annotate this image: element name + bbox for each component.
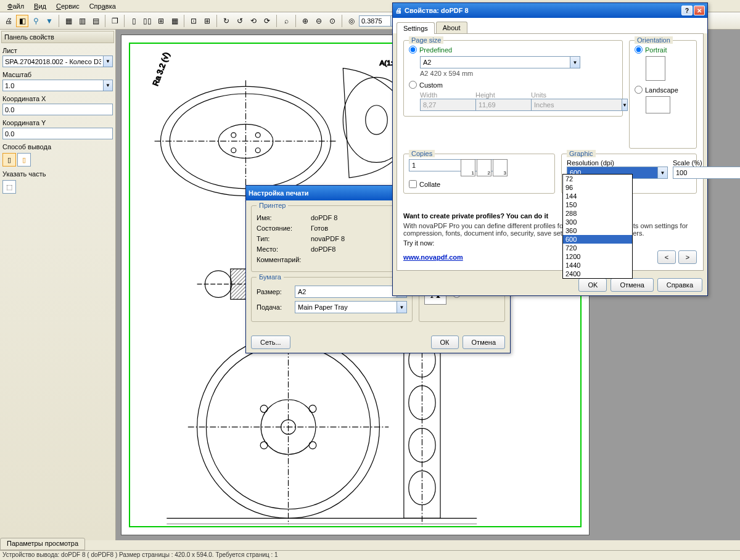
resolution-dropdown-list[interactable]: 7296144150288300360600720120014402400 (562, 174, 633, 279)
portrait-radio[interactable]: Portrait (635, 46, 691, 54)
state-value: Готов (311, 224, 328, 232)
next-button[interactable]: > (678, 250, 697, 264)
rotate1-icon[interactable]: ↻ (220, 15, 232, 27)
orientation-legend: Orientation (635, 36, 673, 44)
tab-view-params[interactable]: Параметры просмотра (0, 538, 85, 550)
output-mode-label: Способ вывода (2, 143, 113, 150)
menu-help[interactable]: Справка (84, 1, 121, 11)
zoomin-icon[interactable]: ⊕ (299, 15, 311, 27)
close-window-button[interactable]: ✕ (694, 6, 705, 15)
svg-point-3 (231, 133, 236, 138)
page1-icon[interactable]: ▯ (128, 15, 140, 27)
bottom-tabs: Параметры просмотра (0, 538, 85, 550)
menu-view[interactable]: Вид (29, 1, 51, 11)
coordx-label: Координата X (2, 95, 113, 102)
prev-button[interactable]: < (657, 250, 676, 264)
dpi-option[interactable]: 1440 (563, 261, 632, 270)
sheet-input[interactable] (2, 56, 104, 67)
grid3-icon[interactable]: ▤ (89, 15, 102, 27)
svg-text:Ra 3.2 (√): Ra 3.2 (√) (150, 51, 171, 88)
dpi-option[interactable]: 150 (563, 200, 632, 209)
comment-label: Комментарий: (257, 256, 306, 263)
page3-icon[interactable]: ▦ (168, 15, 181, 27)
scale-input[interactable] (2, 80, 104, 91)
ok-button[interactable]: OK (578, 278, 607, 292)
props-dlg-title-text: Свойства: doPDF 8 (405, 7, 469, 14)
filter-icon[interactable]: ⚲ (30, 15, 42, 27)
type-label: Тип: (257, 235, 306, 242)
tool-icon[interactable]: ◧ (16, 15, 28, 27)
copy2-icon (477, 159, 491, 176)
place-label: Место: (257, 245, 306, 253)
name-value: doPDF 8 (311, 214, 337, 221)
chevron-down-icon[interactable]: ▼ (658, 167, 668, 179)
props-dlg-title[interactable]: 🖨 Свойства: doPDF 8 ? ✕ (393, 3, 707, 18)
landscape-radio[interactable]: Landscape (635, 86, 691, 94)
portrait-icon (646, 56, 665, 81)
zoomfit-icon[interactable]: ⊙ (326, 15, 339, 27)
page-dims: A2 420 x 594 mm (420, 70, 617, 77)
outmode2-icon[interactable]: ▯ (17, 153, 31, 167)
promo-link[interactable]: www.novapdf.com (403, 253, 463, 261)
tab-about[interactable]: About (436, 22, 467, 33)
pagesize-combo[interactable] (420, 56, 570, 68)
grid2-icon[interactable]: ▥ (76, 15, 88, 27)
cancel-button[interactable]: Отмена (462, 336, 505, 349)
dpi-option[interactable]: 288 (563, 209, 632, 218)
select-part-icon[interactable]: ⬚ (2, 180, 16, 194)
size-combo[interactable] (295, 286, 397, 298)
menu-service[interactable]: Сервис (51, 1, 84, 11)
print-dlg-title-text: Настройка печати (249, 189, 309, 197)
zoomwin-icon[interactable]: ⌕ (280, 15, 292, 27)
fit1-icon[interactable]: ⊡ (187, 15, 200, 27)
svg-point-18 (309, 405, 316, 413)
rotate2-icon[interactable]: ↺ (234, 15, 246, 27)
dpi-option[interactable]: 72 (563, 175, 632, 183)
print-icon[interactable]: 🖨 (2, 15, 15, 27)
select-part-label: Указать часть (2, 170, 113, 178)
chevron-down-icon[interactable]: ▼ (570, 56, 580, 68)
zoom-input[interactable] (359, 15, 391, 27)
custom-radio[interactable]: Custom (409, 81, 617, 89)
graphic-legend: Graphic (567, 150, 596, 157)
grid1-icon[interactable]: ▦ (62, 15, 75, 27)
collate-checkbox[interactable]: Collate (409, 180, 549, 188)
network-button[interactable]: Сеть... (251, 336, 290, 349)
dpi-option[interactable]: 720 (563, 244, 632, 252)
ok-button[interactable]: ОК (431, 336, 459, 349)
dpi-option[interactable]: 300 (563, 218, 632, 226)
zoomreset-icon[interactable]: ◎ (345, 15, 358, 27)
chevron-down-icon[interactable]: ▼ (397, 301, 407, 313)
dpi-option[interactable]: 2400 (563, 270, 632, 278)
help-button[interactable]: Справка (657, 278, 702, 292)
predefined-radio[interactable]: Predefined (409, 46, 617, 54)
page2-icon[interactable]: ▯▯ (141, 15, 154, 27)
outmode1-icon[interactable]: ▯ (2, 153, 16, 167)
chevron-down-icon[interactable]: ▼ (104, 80, 113, 91)
chevron-down-icon[interactable]: ▼ (104, 56, 113, 67)
feed-combo[interactable] (295, 301, 397, 313)
help-window-button[interactable]: ? (681, 6, 693, 15)
funnel-icon[interactable]: ▼ (43, 15, 56, 27)
place-value: doPDF8 (311, 245, 335, 253)
dpi-option[interactable]: 360 (563, 226, 632, 235)
tab-settings[interactable]: Settings (397, 22, 435, 34)
dpi-option[interactable]: 1200 (563, 252, 632, 261)
menu-file[interactable]: ФФайлайл (2, 1, 29, 11)
zoomout-icon[interactable]: ⊖ (313, 15, 325, 27)
cancel-button[interactable]: Отмена (610, 278, 653, 292)
coordy-label: Координата Y (2, 119, 113, 126)
coordy-input[interactable] (2, 128, 113, 139)
dpi-option[interactable]: 96 (563, 183, 632, 192)
rotate4-icon[interactable]: ⟳ (261, 15, 273, 27)
dpi-option[interactable]: 600 (563, 235, 632, 244)
page4-icon[interactable]: ⊞ (155, 15, 167, 27)
dpi-option[interactable]: 144 (563, 192, 632, 200)
coordx-input[interactable] (2, 104, 113, 115)
fit2-icon[interactable]: ⊞ (201, 15, 213, 27)
rotate3-icon[interactable]: ⟲ (247, 15, 260, 27)
properties-dialog: 🖨 Свойства: doPDF 8 ? ✕ Settings About P… (392, 2, 708, 296)
scale-label: Масштаб (2, 71, 113, 78)
scale-pct-input[interactable] (673, 167, 740, 179)
layers-icon[interactable]: ❐ (109, 15, 121, 27)
